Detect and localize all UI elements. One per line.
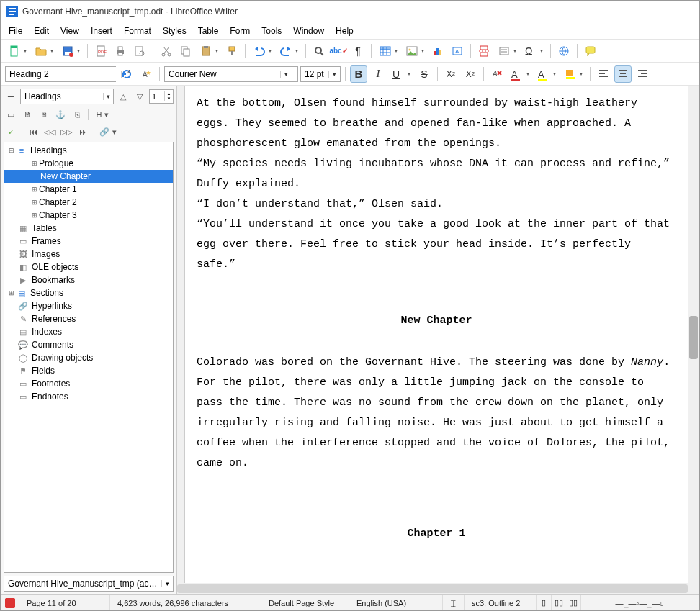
tree-heading-chapter2[interactable]: ⊞Chapter 2	[4, 196, 173, 209]
doc-para[interactable]: “My species needs living incubators whos…	[197, 154, 676, 194]
align-center-button[interactable]	[614, 65, 632, 83]
tree-frames[interactable]: ▭Frames	[4, 235, 173, 248]
formatting-marks-button[interactable]: ¶	[349, 42, 367, 60]
document-area[interactable]: At the bottom, Olsen found himself surro…	[177, 86, 699, 594]
tree-endnotes[interactable]: ▭Endnotes	[4, 390, 173, 403]
navigator-tree[interactable]: ⊟≡Headings ⊞Prologue New Chapter ⊞Chapte…	[4, 142, 174, 573]
highlight-color-button[interactable]: A	[534, 65, 559, 83]
reminder-button[interactable]: ⎘	[70, 107, 84, 122]
save-status-icon[interactable]	[5, 598, 15, 608]
tree-tables[interactable]: ▦Tables	[4, 222, 173, 235]
insert-table-button[interactable]	[376, 42, 400, 60]
status-page-style[interactable]: Default Page Style	[261, 595, 349, 610]
char-highlight-button[interactable]	[561, 65, 585, 83]
tree-references[interactable]: ✎References	[4, 312, 173, 325]
menu-file[interactable]: File	[4, 24, 27, 38]
menu-format[interactable]: Format	[119, 24, 156, 38]
clone-formatting-button[interactable]	[223, 42, 241, 60]
horizontal-scrollbar[interactable]	[177, 583, 688, 594]
tree-bookmarks[interactable]: ▶Bookmarks	[4, 273, 173, 286]
tree-drawing[interactable]: ◯Drawing objects	[4, 351, 173, 364]
menu-help[interactable]: Help	[331, 24, 359, 38]
nav-prev-button[interactable]: △	[116, 89, 130, 104]
find-button[interactable]	[310, 42, 328, 60]
first-button[interactable]: ⏮	[26, 125, 40, 139]
font-size-input[interactable]	[301, 67, 328, 81]
chevron-down-icon[interactable]: ▾	[161, 580, 173, 587]
spellcheck-button[interactable]: abc✓	[330, 42, 347, 60]
update-style-button[interactable]: A	[118, 65, 135, 83]
status-zoom-slider[interactable]: —⎯—◦—⎯—▯	[581, 595, 699, 610]
tree-hyperlinks[interactable]: 🔗Hyperlinks	[4, 299, 173, 312]
prev-button[interactable]: ◁◁	[42, 125, 57, 139]
chevron-down-icon[interactable]: ▾	[103, 93, 113, 100]
menu-form[interactable]: Form	[225, 24, 255, 38]
last-button[interactable]: ⏭	[76, 125, 90, 139]
menu-insert[interactable]: Insert	[86, 24, 117, 38]
heading-format-button[interactable]: H ▾	[92, 107, 112, 122]
menu-styles[interactable]: Styles	[158, 24, 192, 38]
tree-headings-root[interactable]: ⊟≡Headings	[4, 144, 173, 157]
insert-chart-button[interactable]	[429, 42, 447, 60]
document-page[interactable]: At the bottom, Olsen found himself surro…	[184, 86, 688, 594]
clear-formatting-button[interactable]: A	[488, 65, 506, 83]
tree-heading-chapter1[interactable]: ⊞Chapter 1	[4, 183, 173, 196]
menu-view[interactable]: View	[55, 24, 84, 38]
tree-images[interactable]: 🖼Images	[4, 248, 173, 261]
insert-hyperlink-button[interactable]	[555, 42, 573, 60]
next-button[interactable]: ▷▷	[59, 125, 73, 139]
page-break-button[interactable]	[475, 42, 493, 60]
underline-button[interactable]: U	[389, 65, 413, 83]
tree-fields[interactable]: ⚑Fields	[4, 364, 173, 377]
status-language[interactable]: English (USA)	[349, 595, 443, 610]
print-preview-button[interactable]	[131, 42, 148, 60]
menu-table[interactable]: Table	[193, 24, 224, 38]
header-button[interactable]: 🗎	[37, 107, 51, 122]
tree-ole[interactable]: ◧OLE objects	[4, 261, 173, 273]
align-left-button[interactable]	[595, 65, 612, 83]
doc-para[interactable]: “You’ll understand it once you take a go…	[197, 214, 676, 275]
export-pdf-button[interactable]: PDF	[92, 42, 109, 60]
promote-ok-button[interactable]: ✓	[4, 125, 18, 139]
print-button[interactable]	[112, 42, 129, 60]
status-view-book[interactable]: ▯▯	[566, 595, 581, 610]
bold-button[interactable]: B	[350, 65, 367, 83]
status-insert-mode[interactable]: ⌶	[443, 595, 465, 610]
new-button[interactable]	[5, 42, 30, 60]
nav-page-input[interactable]	[150, 92, 164, 101]
insert-textbox-button[interactable]: A	[449, 42, 466, 60]
status-selection[interactable]: sc3, Outline 2	[465, 595, 537, 610]
doc-para[interactable]: “I don’t understand that,” Olsen said.	[197, 194, 676, 214]
content-nav-button[interactable]: ▭	[4, 107, 18, 122]
nav-page-spinner[interactable]: ▲▼	[149, 89, 174, 104]
tree-indexes[interactable]: ▤Indexes	[4, 325, 173, 338]
paragraph-style-combo[interactable]: ▾	[5, 66, 116, 82]
save-button[interactable]	[58, 42, 83, 60]
paragraph-style-input[interactable]	[6, 67, 121, 81]
tree-comments[interactable]: 💬Comments	[4, 338, 173, 351]
subscript-button[interactable]: X2	[462, 65, 479, 83]
doc-heading-new-chapter[interactable]: New Chapter	[197, 311, 676, 331]
status-view-single[interactable]: ▯	[537, 595, 552, 610]
tree-sections[interactable]: ⊞▤Sections	[4, 286, 173, 299]
new-style-button[interactable]: A	[138, 65, 155, 83]
nav-mode-combo[interactable]: ▾	[20, 89, 114, 104]
vertical-scrollbar[interactable]	[688, 86, 699, 583]
doc-heading-chapter1[interactable]: Chapter 1	[197, 524, 676, 544]
scroll-thumb[interactable]	[177, 584, 688, 593]
insert-comment-button[interactable]	[582, 42, 599, 60]
insert-field-button[interactable]	[495, 42, 519, 60]
menu-edit[interactable]: Edit	[29, 24, 54, 38]
tree-heading-chapter3[interactable]: ⊞Chapter 3	[4, 209, 173, 222]
open-button[interactable]	[32, 42, 56, 60]
tree-heading-prologue[interactable]: ⊞Prologue	[4, 157, 173, 170]
tree-heading-new-chapter[interactable]: New Chapter	[4, 170, 173, 183]
insert-image-button[interactable]	[403, 42, 427, 60]
copy-button[interactable]	[177, 42, 194, 60]
font-size-combo[interactable]: ▾	[300, 66, 341, 82]
undo-button[interactable]	[250, 42, 274, 60]
strikethrough-button[interactable]: S	[416, 65, 433, 83]
active-document-combo[interactable]: Governant Hive_manuscript_tmp (active) ▾	[4, 576, 174, 592]
menu-window[interactable]: Window	[288, 24, 329, 38]
menu-tools[interactable]: Tools	[256, 24, 287, 38]
